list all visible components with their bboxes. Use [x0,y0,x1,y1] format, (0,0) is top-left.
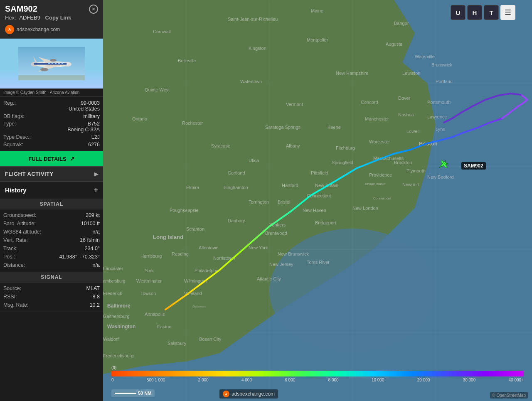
svg-text:Quinte West: Quinte West [145,87,170,92]
groundspeed-value: 209 kt [86,212,100,218]
svg-text:Easton: Easton [157,324,171,329]
squawk-label: Squawk: [3,142,23,148]
svg-text:Rhode Island: Rhode Island [365,182,384,186]
signal-data: Source: MLAT RSSI: -8.8 Msg. Rate: 10.2 [0,283,103,312]
reg-row: Reg.: 99-0003 United States [3,99,100,113]
svg-text:York: York [145,268,154,273]
svg-text:Toms River: Toms River [307,260,330,265]
svg-text:Augusta: Augusta [386,42,403,47]
svg-text:Annapolis: Annapolis [145,312,165,317]
adsb-logo-icon: A [5,25,14,34]
plane-photo-svg [18,47,85,80]
svg-text:New Haven: New Haven [303,208,326,213]
legend-label-500: 500 1 000 [147,378,165,382]
legend-gradient-bar [111,371,524,376]
scale-line [115,393,136,394]
svg-text:Torrington: Torrington [249,199,269,204]
svg-text:Belleville: Belleville [178,58,196,63]
svg-text:Bristol: Bristol [278,199,291,204]
legend-label-20000: 20 000 [417,378,430,382]
legend-label-0: 0 [111,378,114,382]
track-row: Track: 234.0° [3,244,100,253]
map-btn-t[interactable]: T [484,5,499,20]
sidebar: SAM902 × Hex: ADFEB9 Copy Link A adsbexc… [0,0,103,401]
map-attribution: © OpenStreetMap [490,392,528,399]
svg-text:Brentwood: Brentwood [265,231,287,236]
flight-activity-section[interactable]: FLIGHT ACTIVITY ▶ [0,166,103,182]
watermark-text: adsbexchange.com [232,391,275,397]
type-desc-value: L2J [91,134,100,140]
svg-text:Springfield: Springfield [332,160,353,165]
svg-point-9 [50,59,57,62]
source-label: Source: [3,285,21,291]
sidebar-header: SAM902 × Hex: ADFEB9 Copy Link A adsbexc… [0,0,103,39]
adsb-logo-row: A adsbexchange.com [5,23,98,36]
svg-text:New Bedford: New Bedford [427,175,454,180]
full-details-button[interactable]: FULL DETAILS ↗ [0,151,103,166]
svg-rect-11 [48,63,50,64]
type-desc-row: Type Desc.: L2J [3,133,100,141]
svg-text:Ocean City: Ocean City [199,337,222,342]
svg-text:Bridgeport: Bridgeport [315,220,336,225]
svg-text:Keene: Keene [328,125,341,130]
baro-alt-label: Baro. Altitude: [3,221,36,226]
svg-text:Scranton: Scranton [186,226,204,231]
svg-rect-1 [18,75,85,80]
watermark-logo-icon: A [223,391,229,397]
distance-row: Distance: n/a [3,261,100,269]
map-btn-h[interactable]: H [467,5,482,20]
svg-text:Dover: Dover [398,96,411,101]
hex-row: Hex: ADFEB9 Copy Link [5,15,98,21]
scale-bar: 50 NM [111,389,155,397]
svg-text:Poughkeepsie: Poughkeepsie [170,208,199,213]
pos-row: Pos.: 41.988°, -70.323° [3,253,100,261]
map-area[interactable]: Cornwall Saint-Jean-sur-Richelieu Maine … [103,0,532,401]
svg-text:Long Island: Long Island [153,234,183,240]
map-btn-u[interactable]: U [451,5,466,20]
type-row: Type: B752 Boeing C-32A [3,120,100,133]
svg-text:Hartford: Hartford [282,183,298,188]
svg-text:Lancaster: Lancaster [103,266,123,271]
history-section[interactable]: History + [0,182,103,199]
legend-label-40000: 40 000+ [509,378,524,382]
svg-text:Albany: Albany [286,143,300,148]
svg-text:Concord: Concord [361,100,378,105]
svg-text:Plymouth: Plymouth [406,168,426,173]
groundspeed-label: Groundspeed: [3,212,36,218]
legend-label-2000: 2 000 [198,378,209,382]
map-btn-layers[interactable]: ☰ [500,5,515,20]
svg-text:Syracuse: Syracuse [211,143,230,148]
legend-labels: 0 500 1 000 2 000 4 000 6 000 8 000 10 0… [111,378,524,382]
plus-icon[interactable]: + [94,186,98,194]
adsb-watermark: A adsbexchange.com [219,389,278,399]
svg-text:Portland: Portland [436,79,453,84]
svg-text:Baltimore: Baltimore [107,303,131,309]
svg-text:Harrisburg: Harrisburg [140,253,162,258]
vert-rate-label: Vert. Rate: [3,237,28,243]
squawk-value: 6276 [88,142,100,148]
svg-text:Westminster: Westminster [136,278,162,283]
close-button[interactable]: × [89,5,98,14]
legend-label-10000: 10 000 [372,378,384,382]
svg-text:Bangor: Bangor [394,21,409,26]
svg-text:Fredericksburg: Fredericksburg [103,353,133,358]
rssi-row: RSSI: -8.8 [3,293,100,301]
source-value: MLAT [86,285,100,291]
svg-text:Waldorf: Waldorf [103,337,119,342]
svg-text:Gaithersburg: Gaithersburg [103,314,130,319]
map-controls: U H T ☰ [451,5,515,20]
hex-label: Hex: [5,15,16,21]
copy-link[interactable]: Copy Link [45,15,71,21]
svg-rect-13 [55,63,57,64]
svg-text:Waterville: Waterville [415,54,435,59]
svg-text:New London: New London [352,206,378,211]
altitude-legend: (ft) 0 500 1 000 2 000 4 000 6 000 8 000… [103,365,532,382]
legend-label-6000: 6 000 [285,378,295,382]
svg-text:Kingston: Kingston [249,46,266,51]
svg-text:Lawrence: Lawrence [427,114,447,119]
db-flags-row: DB flags: military [3,113,100,120]
svg-text:Rochester: Rochester [182,121,203,125]
svg-text:New Brunswick: New Brunswick [278,251,309,256]
adsb-url: adsbexchange.com [17,27,60,32]
svg-text:Connecticut: Connecticut [373,197,391,200]
